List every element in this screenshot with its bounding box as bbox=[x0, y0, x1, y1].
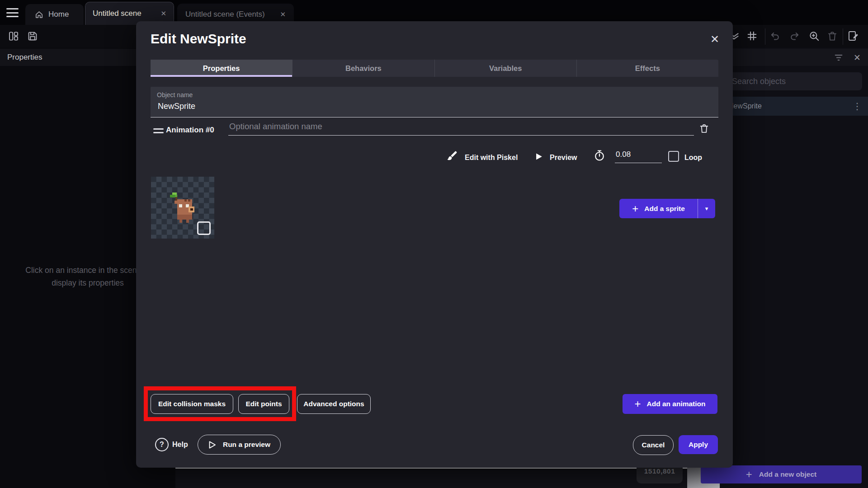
undo-icon[interactable] bbox=[769, 30, 781, 42]
delete-icon[interactable] bbox=[826, 30, 838, 42]
toolbar-divider bbox=[765, 28, 765, 45]
plus-icon: + bbox=[746, 469, 752, 480]
home-icon bbox=[35, 10, 43, 19]
drag-handle-icon[interactable] bbox=[153, 128, 164, 136]
tab-home-label: Home bbox=[48, 10, 69, 19]
open-projects-icon[interactable] bbox=[8, 31, 19, 42]
edit-sprite-dialog: Edit NewSprite ✕ Properties Behaviors Va… bbox=[136, 21, 733, 468]
tab-scene-label: Untitled scene bbox=[93, 9, 142, 18]
edit-points-button[interactable]: Edit points bbox=[238, 394, 289, 414]
add-sprite-button[interactable]: + Add a sprite ▾ bbox=[619, 199, 715, 218]
save-icon[interactable] bbox=[27, 31, 38, 42]
add-animation-button[interactable]: + Add an animation bbox=[623, 394, 717, 414]
tab-behaviors[interactable]: Behaviors bbox=[292, 60, 434, 77]
run-preview-button[interactable]: Run a preview bbox=[198, 435, 281, 455]
tab-home[interactable]: Home bbox=[25, 4, 84, 25]
help-icon[interactable]: ? bbox=[155, 438, 169, 451]
tab-events-label: Untitled scene (Events) bbox=[185, 10, 265, 19]
animation-name-input[interactable] bbox=[228, 122, 694, 136]
trash-icon[interactable] bbox=[698, 123, 710, 134]
objects-panel-header: ✕ bbox=[720, 49, 868, 66]
brush-icon[interactable] bbox=[446, 150, 458, 162]
advanced-options-button[interactable]: Advanced options bbox=[297, 394, 371, 414]
add-new-object-button[interactable]: + Add a new object bbox=[701, 465, 862, 483]
frame-select-checkbox[interactable] bbox=[197, 221, 211, 235]
grid-icon[interactable] bbox=[746, 30, 758, 42]
app-screen: Home Untitled scene ✕ Untitled scene (Ev… bbox=[0, 0, 868, 488]
tab-properties[interactable]: Properties bbox=[151, 60, 292, 77]
animation-label: Animation #0 bbox=[166, 126, 214, 135]
scene-canvas-edge bbox=[175, 468, 696, 488]
dialog-tab-bar: Properties Behaviors Variables Effects bbox=[151, 60, 718, 77]
object-item-label: NewSprite bbox=[728, 102, 762, 110]
object-name-input[interactable] bbox=[157, 101, 701, 112]
tab-underline bbox=[151, 75, 292, 77]
object-name-label: Object name bbox=[157, 91, 193, 99]
loop-checkbox[interactable] bbox=[668, 151, 679, 162]
edit-with-piskel-button[interactable]: Edit with Piskel bbox=[465, 154, 518, 162]
preview-button[interactable]: Preview bbox=[550, 154, 577, 162]
close-icon[interactable]: ✕ bbox=[854, 52, 861, 63]
search-objects-input[interactable] bbox=[726, 72, 862, 90]
close-icon[interactable]: ✕ bbox=[160, 9, 166, 18]
main-menu-icon[interactable] bbox=[6, 8, 19, 17]
plus-icon: + bbox=[632, 203, 638, 214]
close-icon[interactable]: ✕ bbox=[280, 10, 286, 19]
cancel-button[interactable]: Cancel bbox=[633, 435, 674, 455]
apply-button[interactable]: Apply bbox=[679, 435, 718, 454]
kebab-menu-icon[interactable]: ⋮ bbox=[853, 101, 862, 112]
dialog-title: Edit NewSprite bbox=[151, 31, 246, 47]
filter-icon[interactable] bbox=[834, 53, 844, 62]
loop-label: Loop bbox=[684, 154, 702, 162]
plus-icon: + bbox=[634, 399, 641, 409]
stopwatch-icon bbox=[593, 149, 606, 162]
objects-panel: ✕ NewSprite ⋮ bbox=[720, 48, 868, 488]
chevron-down-icon[interactable]: ▾ bbox=[698, 205, 715, 212]
help-button[interactable]: Help bbox=[172, 441, 188, 449]
toolbar-divider bbox=[843, 28, 843, 45]
close-icon[interactable]: ✕ bbox=[710, 33, 719, 46]
edit-collision-masks-button[interactable]: Edit collision masks bbox=[151, 394, 233, 414]
tab-variables[interactable]: Variables bbox=[435, 60, 577, 77]
zoom-in-icon[interactable] bbox=[808, 30, 820, 42]
object-list-item[interactable]: NewSprite ⋮ bbox=[720, 97, 868, 116]
play-icon[interactable] bbox=[535, 153, 543, 160]
edit-scene-properties-icon[interactable] bbox=[847, 30, 859, 42]
play-outline-icon bbox=[208, 441, 217, 449]
properties-panel-title: Properties bbox=[7, 53, 42, 62]
object-name-field: Object name bbox=[151, 87, 718, 117]
frame-duration-input[interactable] bbox=[615, 150, 662, 163]
redo-icon[interactable] bbox=[788, 30, 800, 42]
tab-effects[interactable]: Effects bbox=[577, 60, 718, 77]
sprite-frame-thumbnail[interactable] bbox=[151, 177, 214, 239]
pig-sprite-image bbox=[165, 189, 197, 225]
